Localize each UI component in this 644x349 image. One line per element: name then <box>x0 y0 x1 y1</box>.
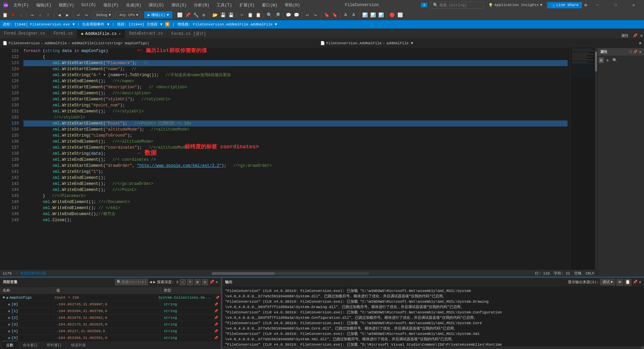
menu-debug[interactable]: 调试(D) <box>146 2 167 9</box>
filter-icon[interactable]: 🔽 <box>165 22 170 27</box>
output-close-btn[interactable]: ✕ <box>639 280 641 285</box>
tb2[interactable]: 📌 <box>184 11 192 19</box>
process-arrow[interactable]: ▼ <box>72 22 75 27</box>
tab-form1-design[interactable]: Form1.cs [设计] <box>167 29 210 38</box>
search-box[interactable]: 🔍 搜索 (Ctrl+Q) <box>430 2 484 9</box>
locals-nav-fwd[interactable]: ▶ <box>153 280 156 285</box>
output-btn1[interactable]: ⊞ <box>616 279 623 286</box>
tab-command[interactable]: 命令窗口 <box>19 341 42 349</box>
bp2-btn[interactable]: ⬜ <box>396 11 404 19</box>
undo-btn[interactable]: ↩ <box>75 11 82 19</box>
close-panel-btn[interactable]: ✕ <box>639 33 644 38</box>
tb1[interactable]: ⬜ <box>176 11 183 19</box>
thread-arrow2[interactable]: ▼ <box>160 22 163 27</box>
props-grid-btn[interactable]: ⊞ <box>599 57 604 63</box>
tb12[interactable]: ↪ <box>312 11 319 19</box>
tab-immediate[interactable]: 即时窗口 <box>43 341 66 349</box>
redo-btn[interactable]: ↪ <box>83 11 90 19</box>
output-btn2[interactable]: 📋 <box>625 279 631 286</box>
find-btn[interactable]: 🔍 <box>266 11 273 19</box>
locals-expand-btn[interactable]: ⊞ <box>195 279 201 285</box>
menu-view[interactable]: 视图(V) <box>56 2 77 9</box>
menu-file[interactable]: 文件(F) <box>11 2 32 9</box>
fwd-btn[interactable]: ▶ <box>64 11 71 19</box>
output-content[interactable]: "FileConversion" (CLR v4.0.30319: FileCo… <box>222 287 644 346</box>
h-scroll[interactable] <box>212 272 369 275</box>
app-insights-btn[interactable]: 💡 Application Insights ▼ <box>486 2 544 8</box>
expand-mapconfigs[interactable]: ▼ <box>3 296 5 300</box>
locals-pin-btn[interactable]: 📌 <box>209 280 214 285</box>
uncomment-btn[interactable]: 💬 <box>293 11 300 19</box>
menu-window[interactable]: 窗口(W) <box>259 2 280 9</box>
platform-dropdown[interactable]: Any CPU ▼ <box>117 11 141 19</box>
menu-help[interactable]: 帮助(H) <box>282 2 303 9</box>
pin-2[interactable]: 📌 <box>214 316 221 320</box>
menu-analyze[interactable]: 分析(N) <box>191 2 212 9</box>
pin-4[interactable]: 📌 <box>214 329 221 333</box>
locals-collapse-btn[interactable]: ⊟ <box>202 279 208 285</box>
tb3[interactable]: 🔧 <box>192 11 200 19</box>
tb7[interactable]: 💾 <box>227 11 235 19</box>
find2-btn[interactable]: 🔎 <box>274 11 281 19</box>
restart-btn[interactable]: ↺ <box>17 11 25 19</box>
tb14[interactable]: A <box>350 11 358 19</box>
tab-form1-designer[interactable]: Form1.Designer.cs <box>0 29 49 38</box>
tab-dataextract[interactable]: DataExtract.cs <box>125 29 167 38</box>
props-sort-btn[interactable]: ⇅ <box>605 57 610 63</box>
tb5[interactable]: 📂 <box>211 11 219 19</box>
bookmark2-btn[interactable]: 🔖 <box>331 11 338 19</box>
code-scroll[interactable]: 121 122 123 124 125 126 127 128 129 130 … <box>0 48 597 269</box>
pin-3[interactable]: 📌 <box>214 322 221 327</box>
tb13[interactable]: A <box>342 11 350 19</box>
tab-addkmlfile[interactable]: AddKmlFile.cs ✕ <box>77 29 125 38</box>
menu-tools[interactable]: 工具(T) <box>214 2 235 9</box>
output-pin-btn[interactable]: 📌 <box>633 280 638 285</box>
tb9[interactable]: 📋 <box>247 11 254 19</box>
output-source-dropdown[interactable]: 调试 ▼ <box>600 279 615 285</box>
pin-1[interactable]: 📌 <box>214 309 221 313</box>
step-over-btn[interactable]: ⟶ <box>29 11 36 19</box>
config-dropdown[interactable]: Debug ▼ <box>94 11 113 19</box>
breadcrumb-project[interactable]: FileConversion <box>9 41 40 45</box>
menu-project[interactable]: 项目(P) <box>101 2 121 9</box>
win-minimize[interactable]: ─ <box>590 0 605 10</box>
props-btn1[interactable]: □ <box>630 50 632 54</box>
menu-build[interactable]: 生成(B) <box>123 2 144 9</box>
errors-status[interactable]: ✓ 未找到相关问题 <box>15 271 46 276</box>
locals-close-btn[interactable]: ✕ <box>216 280 218 285</box>
locals-depth-increase[interactable]: + <box>187 279 193 285</box>
tb17[interactable]: 📊 <box>377 11 385 19</box>
play-btn[interactable]: ▶ 继续(C) ▼ <box>144 11 172 18</box>
pin-btn[interactable]: 📌 <box>631 33 639 38</box>
tab-close-btn[interactable]: ✕ <box>119 32 121 36</box>
comment-btn[interactable]: 💬 <box>285 11 292 19</box>
stop-btn[interactable]: ■ <box>9 11 17 19</box>
pin-0[interactable]: 📌 <box>214 302 221 306</box>
tab-errors[interactable]: 错误列表 <box>67 341 90 349</box>
menu-extensions[interactable]: 扩展(X) <box>237 2 258 9</box>
expand-icon[interactable]: ⊞ <box>585 3 587 8</box>
right-breadcrumb-class[interactable]: FileConversion.AddKmlFile <box>326 41 382 45</box>
right-panel-toggle[interactable]: 属性 <box>619 33 631 38</box>
back-btn[interactable]: ◀ <box>56 11 63 19</box>
tab-points[interactable]: 点数 <box>2 341 17 349</box>
live-share-btn[interactable]: 👥 Live Share <box>547 2 582 8</box>
win-close[interactable]: ✕ <box>626 0 641 10</box>
tb6[interactable]: 💾 <box>219 11 227 19</box>
breadcrumb-method[interactable]: addKmlFile(List<string> mapConfigs) <box>72 41 149 45</box>
expand-0[interactable]: ◉ <box>8 302 10 306</box>
zoom-level[interactable]: 117% <box>3 271 11 276</box>
tb4[interactable]: ⚙ <box>200 11 208 19</box>
thread-arrow[interactable]: ▼ <box>107 22 109 27</box>
tb8[interactable]: ✂ <box>238 11 246 19</box>
tb11[interactable]: ↩ <box>304 11 311 19</box>
menu-test[interactable]: 测试(S) <box>169 2 190 9</box>
bookmark-btn[interactable]: 🔖 <box>323 11 330 19</box>
breadcrumb-file[interactable]: AddKmlFile <box>45 41 67 45</box>
split-view-btn[interactable]: ⊞ <box>639 41 641 45</box>
props-filter-btn[interactable]: 🔍 <box>611 57 619 63</box>
locals-nav-back[interactable]: ◀ <box>149 280 152 285</box>
right-breadcrumb-method[interactable]: addKmlFile ▼ <box>386 41 413 45</box>
close-props-btn[interactable]: ✕ <box>639 50 641 54</box>
tb16[interactable]: 📊 <box>369 11 377 19</box>
